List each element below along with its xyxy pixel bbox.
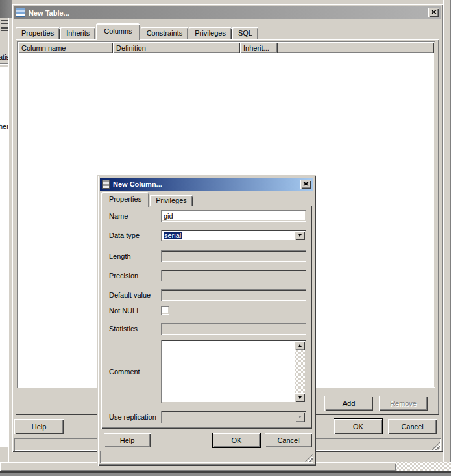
table-help-button[interactable]: Help [14,419,64,434]
data-type-dropdown-button[interactable] [295,231,305,240]
column-tab-properties[interactable]: Properties [101,192,149,207]
tab-constraints[interactable]: Constraints [141,27,189,39]
column-ok-button[interactable]: OK [212,433,261,448]
comment-scroll-up-button[interactable] [295,341,305,350]
column-help-button[interactable]: Help [104,433,151,447]
tab-columns[interactable]: Columns [96,23,140,40]
length-label: Length [109,252,131,260]
default-value-input[interactable] [161,289,306,301]
data-type-value: serial [164,232,182,239]
background-bottom-border [0,473,451,476]
comment-label: Comment [109,368,140,375]
comment-scroll-track[interactable] [295,350,305,393]
screen: atis hem New Table... Properties Inherit… [0,0,451,476]
scroll-down-icon [298,396,302,399]
data-type-label: Data type [109,232,140,239]
comment-scroll-down-button[interactable] [295,393,305,402]
chevron-down-icon [298,234,302,237]
scroll-up-icon [298,344,302,347]
column-tab-privileges[interactable]: Privileges [150,195,193,206]
comment-textarea[interactable] [161,340,306,403]
tab-inherits-label: Inherits [66,29,90,37]
new-column-title: New Column... [113,180,162,188]
name-input[interactable]: gid [161,210,306,222]
new-column-icon [102,180,110,189]
not-null-checkbox[interactable] [161,306,169,315]
tab-privileges[interactable]: Privileges [189,27,232,39]
new-table-title: New Table... [29,9,69,17]
comment-scrollbar[interactable] [295,341,305,402]
new-table-close-button[interactable] [428,8,439,17]
precision-label: Precision [109,272,138,280]
column-properties-page: Name gid Data type serial Length Precisi… [101,206,312,429]
statistics-input[interactable] [161,323,306,335]
header-column-name[interactable]: Column name [18,42,113,53]
name-value: gid [164,212,173,220]
column-resize-grip[interactable] [304,454,313,462]
default-value-label: Default value [109,291,151,299]
new-table-icon [16,8,25,17]
table-help-label: Help [32,423,47,431]
tab-sql-label: SQL [238,29,252,37]
listview-header-row: Column name Definition Inherit... [18,42,434,53]
column-cancel-label: Cancel [277,436,299,444]
tab-properties[interactable]: Properties [16,27,60,39]
tab-constraints-label: Constraints [147,29,183,37]
tab-columns-label: Columns [104,27,132,35]
column-tab-privileges-label: Privileges [156,196,187,204]
table-cancel-button[interactable]: Cancel [388,419,437,434]
table-ok-button[interactable]: OK [334,418,383,434]
length-input[interactable] [161,250,306,262]
data-type-combobox[interactable]: serial [161,230,306,241]
new-column-close-button[interactable] [300,180,311,189]
background-right-edge [443,0,451,462]
new-column-titlebar[interactable]: New Column... [100,178,313,191]
column-statusbar [100,451,313,463]
tab-inherits[interactable]: Inherits [60,27,95,39]
close-icon [303,182,309,187]
new-table-tabrow: Properties Inherits Columns Constraints … [16,23,439,39]
use-replication-combobox[interactable] [161,411,306,423]
not-null-label: Not NULL [109,307,140,315]
add-button[interactable]: Add [324,396,373,411]
statistics-label: Statistics [109,325,138,333]
header-inherit[interactable]: Inherit... [240,42,278,53]
use-replication-label: Use replication [109,413,156,421]
background-window-titlebar-fragment [0,0,12,18]
new-column-dialog: New Column... Properties Privileges Name… [97,175,316,466]
add-button-label: Add [343,399,356,407]
remove-button[interactable]: Remove [379,396,428,411]
use-replication-dropdown-button[interactable] [295,412,305,422]
column-tab-properties-label: Properties [109,195,141,203]
column-help-label: Help [120,436,135,444]
column-ok-label: OK [232,436,242,444]
header-filler [278,42,434,53]
chevron-down-icon [298,416,302,418]
table-cancel-label: Cancel [401,423,423,431]
background-divider [0,63,9,65]
tab-privileges-label: Privileges [195,29,226,37]
scrollbar-track[interactable] [396,462,451,471]
column-cancel-button[interactable]: Cancel [265,433,312,447]
header-definition[interactable]: Definition [113,42,240,53]
new-column-tabrow: Properties Privileges [101,192,312,206]
tab-sql[interactable]: SQL [232,27,258,39]
new-table-titlebar[interactable]: New Table... [14,6,441,19]
close-icon [431,10,437,15]
precision-input[interactable] [161,270,306,281]
background-toolbar-icon-fragment [1,20,8,25]
table-resize-grip[interactable] [432,442,440,450]
name-label: Name [109,212,128,220]
remove-button-label: Remove [390,399,417,407]
tab-properties-label: Properties [21,29,54,37]
background-toolbar-icon2-fragment [1,27,8,32]
table-ok-label: OK [353,423,363,431]
